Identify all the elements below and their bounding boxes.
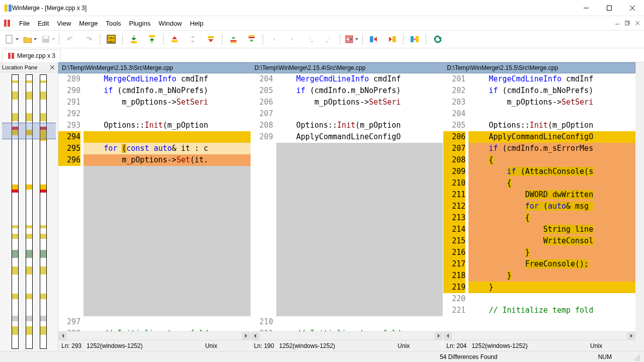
- last-diff-button[interactable]: [202, 32, 219, 47]
- window-maximize-button[interactable]: [598, 1, 621, 16]
- svg-rect-25: [249, 35, 255, 36]
- menu-window[interactable]: Window: [154, 18, 186, 29]
- svg-rect-26: [249, 37, 255, 38]
- svg-point-40: [634, 359, 635, 360]
- merge-doc-icon: [8, 52, 15, 59]
- svg-rect-6: [4, 20, 7, 27]
- svg-rect-1: [9, 5, 12, 12]
- open-button[interactable]: [21, 32, 38, 47]
- svg-rect-31: [411, 36, 414, 42]
- menu-view[interactable]: View: [53, 18, 75, 29]
- document-tab-label: Merge.cpp x 3: [17, 52, 55, 59]
- window-title: WinMerge - [Merge.cpp x 3]: [12, 5, 575, 12]
- current-diff-button[interactable]: [184, 32, 201, 47]
- editor-status: Ln: 2931252(windows-1252)Unix: [58, 340, 251, 351]
- auto-merge-button[interactable]: [406, 32, 423, 47]
- copy-left-advance-button[interactable]: [320, 32, 337, 47]
- copy-right-button[interactable]: [266, 32, 283, 47]
- editor-body[interactable]: 2012022032042052062072082092102112122132…: [443, 73, 635, 331]
- horizontal-scrollbar[interactable]: [251, 331, 443, 340]
- new-button[interactable]: [3, 32, 20, 47]
- svg-rect-15: [43, 36, 48, 39]
- undo-button[interactable]: [62, 32, 79, 47]
- window-titlebar: WinMerge - [Merge.cpp x 3]: [0, 0, 644, 16]
- document-tab[interactable]: Merge.cpp x 3: [2, 49, 61, 62]
- location-pane-body[interactable]: [0, 72, 58, 351]
- resize-grip-icon[interactable]: [632, 353, 640, 361]
- vertical-scrollbar[interactable]: [635, 62, 644, 351]
- menu-edit[interactable]: Edit: [34, 18, 53, 29]
- editor-pane-1: D:\Temp\WinMerge\2.15.4\Src\Merge.cpp204…: [251, 62, 444, 351]
- menu-plugins[interactable]: Plugins: [125, 18, 155, 29]
- svg-rect-7: [8, 20, 10, 27]
- refresh-button[interactable]: [429, 32, 446, 47]
- window-close-button[interactable]: [621, 1, 644, 16]
- first-diff-button[interactable]: [166, 32, 183, 47]
- editor-pane-0: D:\Temp\WinMerge\2.15.3\Src\Merge.cpp289…: [58, 62, 251, 351]
- svg-rect-30: [392, 36, 396, 42]
- status-diff-count: 54 Differences Found: [440, 353, 498, 360]
- next-diff-button[interactable]: [125, 32, 142, 47]
- save-button[interactable]: [39, 32, 56, 47]
- svg-rect-23: [230, 40, 236, 42]
- mdi-restore-button[interactable]: [623, 19, 632, 27]
- svg-rect-20: [149, 35, 155, 37]
- location-bar[interactable]: [26, 74, 33, 349]
- copy-right-advance-button[interactable]: [302, 32, 319, 47]
- prev-diff-button[interactable]: [143, 32, 160, 47]
- options-button[interactable]: [343, 32, 360, 47]
- location-pane-close-button[interactable]: [49, 64, 56, 71]
- menubar: FileEditViewMergeToolsPluginsWindowHelp: [0, 16, 644, 30]
- editor-pane-2: D:\Temp\WinMerge\2.15.5\Src\Merge.cpp201…: [443, 62, 635, 351]
- editor-status: Ln: 1901252(windows-1252)Unix: [251, 340, 443, 351]
- editor-path[interactable]: D:\Temp\WinMerge\2.15.5\Src\Merge.cpp: [443, 62, 635, 73]
- svg-point-42: [638, 355, 639, 356]
- svg-text:CBA: CBA: [108, 37, 114, 40]
- copy-left-button[interactable]: [284, 32, 301, 47]
- location-bar[interactable]: [40, 74, 47, 349]
- svg-point-39: [638, 357, 639, 358]
- svg-rect-13: [6, 35, 12, 43]
- horizontal-scrollbar[interactable]: [443, 331, 635, 340]
- svg-rect-0: [5, 5, 8, 12]
- editor-body[interactable]: 289290291292293294295296 297298 MergeCmd…: [58, 73, 251, 331]
- svg-rect-29: [370, 36, 373, 42]
- toolbar: CBAABC: [0, 30, 644, 48]
- svg-point-28: [347, 38, 349, 40]
- location-pane: Location Pane: [0, 62, 58, 351]
- app-icon: [4, 4, 12, 12]
- svg-rect-22: [208, 36, 214, 38]
- mdi-minimize-button[interactable]: [613, 19, 622, 27]
- mdi-close-button[interactable]: [633, 19, 642, 27]
- all-right-button[interactable]: [365, 32, 382, 47]
- editor-body[interactable]: 204205206207208209 210211 MergeCmdLineIn…: [251, 73, 443, 331]
- menu-help[interactable]: Help: [186, 18, 207, 29]
- redo-button[interactable]: [80, 32, 97, 47]
- svg-rect-34: [12, 53, 14, 59]
- prev-conflict-button[interactable]: [243, 32, 260, 47]
- editor-path[interactable]: D:\Temp\WinMerge\2.15.3\Src\Merge.cpp: [58, 62, 251, 73]
- all-left-button[interactable]: [383, 32, 400, 47]
- svg-rect-32: [416, 36, 419, 42]
- menu-file[interactable]: File: [15, 18, 34, 29]
- menu-merge[interactable]: Merge: [75, 18, 102, 29]
- editor-status: Ln: 2041252(windows-1252)Unix: [443, 340, 635, 351]
- svg-rect-24: [230, 42, 236, 43]
- svg-rect-21: [172, 40, 178, 42]
- next-conflict-button[interactable]: [225, 32, 242, 47]
- svg-point-41: [636, 357, 637, 358]
- location-bar[interactable]: [12, 74, 19, 349]
- svg-rect-3: [607, 6, 612, 10]
- svg-rect-19: [131, 41, 137, 43]
- window-minimize-button[interactable]: [575, 1, 598, 16]
- location-pane-title: Location Pane: [2, 64, 37, 70]
- encoding-button[interactable]: CBAABC: [103, 32, 120, 47]
- svg-rect-33: [8, 53, 11, 59]
- horizontal-scrollbar[interactable]: [58, 331, 251, 340]
- svg-rect-10: [625, 22, 628, 25]
- svg-point-38: [636, 359, 637, 360]
- menu-tools[interactable]: Tools: [102, 18, 125, 29]
- editor-path[interactable]: D:\Temp\WinMerge\2.15.4\Src\Merge.cpp: [251, 62, 443, 73]
- workspace: Location Pane D:\Temp\WinMerge\2.15.3\Sr…: [0, 62, 644, 351]
- statusbar: 54 Differences Found NUM: [0, 351, 644, 362]
